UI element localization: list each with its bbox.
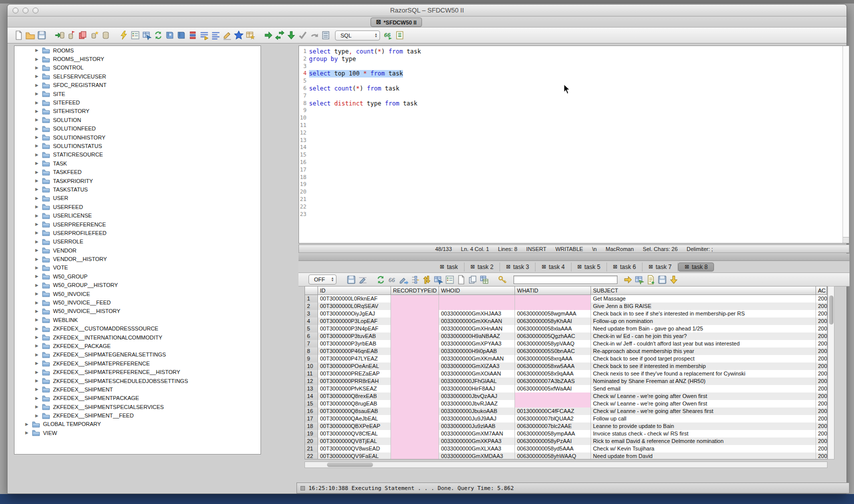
cell-whoid[interactable]	[439, 295, 515, 302]
disclosure-triangle-icon[interactable]: ▶	[34, 178, 40, 183]
cell-recordtypeid[interactable]	[391, 295, 439, 302]
cell-subject[interactable]: Leanne to provide update to Bain	[591, 422, 816, 430]
table-horizontal-scrollbar[interactable]	[304, 462, 828, 468]
cell-whoid[interactable]: 0033000000JbvRJAAZ	[439, 400, 515, 408]
refresh-tables-icon[interactable]	[153, 30, 164, 40]
cell-whatid[interactable]	[515, 392, 591, 400]
tree-item-userpreference[interactable]: ▶USERPREFERENCE	[14, 220, 260, 228]
cell-rownum[interactable]: 3	[305, 310, 318, 318]
cell-whoid[interactable]: 0033000000GmXKnAAN	[439, 318, 515, 325]
close-tab-icon[interactable]: ⊠	[648, 264, 653, 270]
code-line-6[interactable]: 6select count(*) from task	[299, 85, 842, 92]
key-icon[interactable]	[497, 274, 508, 285]
minimize-window-button[interactable]	[22, 8, 28, 14]
cell-ac[interactable]: 200	[816, 325, 827, 332]
disclosure-triangle-icon[interactable]: ▶	[34, 414, 40, 418]
cell-ac[interactable]: 200	[816, 422, 827, 430]
tree-item-userprofilefeed[interactable]: ▶USERPROFILEFEED	[14, 228, 260, 237]
close-tab-icon[interactable]: ⊠	[613, 264, 618, 270]
code-line-21[interactable]: 21	[299, 196, 842, 204]
cell-whatid[interactable]: 006300000058yKhAAI	[515, 318, 591, 325]
disclosure-triangle-icon[interactable]: ▶	[34, 109, 40, 114]
table-row[interactable]: 1500T3000000Q8rugEAB0033000000JbvRJAAZCh…	[305, 400, 827, 408]
edit-pencil-icon[interactable]	[222, 30, 232, 40]
cell-subject[interactable]: Rick to email David & reference Delmonte…	[591, 438, 816, 445]
document-tab[interactable]: ⊠ *SFDCW50 II	[370, 18, 422, 27]
disclosure-triangle-icon[interactable]: ▶	[34, 266, 40, 270]
cell-id[interactable]: 00T3000000QV8CfEAL	[318, 430, 391, 438]
tree-item-w50-group-history[interactable]: ▶W50_GROUP__HISTORY	[14, 281, 260, 290]
cell-rownum[interactable]: 8	[305, 348, 318, 355]
cell-whoid[interactable]: 0033000000JFhGlAAL	[439, 378, 515, 385]
disclosure-triangle-icon[interactable]: ▶	[34, 74, 40, 78]
disclosure-triangle-icon[interactable]: ▶	[34, 66, 40, 70]
table-row[interactable]: 1200T3000000PRR8rEAH0033000000JFhGlAAL00…	[305, 378, 827, 385]
close-tab-icon[interactable]: ⊠	[506, 264, 510, 270]
cell-whatid[interactable]: 006300000058ympAAA	[515, 430, 591, 438]
cell-whatid[interactable]: 0013000000C4fFCAAZ	[515, 408, 591, 415]
cell-rownum[interactable]: 7	[305, 340, 318, 348]
list-red-blue-icon[interactable]	[188, 30, 198, 40]
tree-item-w50-invoice[interactable]: ▶W50_INVOICE	[14, 290, 260, 298]
tree-item-userfeed[interactable]: ▶USERFEED	[14, 202, 260, 211]
close-tab-icon[interactable]: ⊠	[470, 264, 475, 270]
cell-rownum[interactable]: 21	[305, 445, 318, 452]
cell-whatid[interactable]: 00630000005QgzhAAC	[515, 332, 591, 340]
cell-whoid[interactable]: 0033000000GmXOiAAN	[439, 370, 515, 378]
table-row[interactable]: 1400T3000000Q8rexEAB0033000000JbvQzAAJCh…	[305, 392, 827, 400]
cell-recordtypeid[interactable]	[391, 302, 439, 310]
table-row[interactable]: 900T3000000P47LYEAZ0033000000GmXKmAAN006…	[305, 355, 827, 362]
result-tab-task-5[interactable]: ⊠task 5	[572, 262, 607, 272]
sql-mode-select-stepper-icon[interactable]: ▲▼	[374, 33, 378, 38]
code-line-13[interactable]: 13	[299, 137, 842, 144]
disclosure-triangle-icon[interactable]: ▶	[34, 396, 40, 400]
disclosure-triangle-icon[interactable]: ▶	[34, 404, 40, 409]
disclosure-triangle-icon[interactable]: ▶	[34, 204, 40, 209]
editor-results-splitter[interactable]	[298, 254, 850, 261]
result-tab-task-8[interactable]: ⊠task 8	[678, 262, 714, 272]
disclosure-triangle-icon[interactable]: ▶	[34, 283, 40, 288]
code-line-5[interactable]: 5	[299, 78, 842, 85]
cell-whoid[interactable]: 0033000000GmXKmAAN	[439, 355, 515, 362]
disclosure-triangle-icon[interactable]: ▶	[34, 187, 40, 192]
result-tab-task[interactable]: ⊠task	[434, 262, 464, 272]
export-table-icon[interactable]	[142, 30, 152, 40]
cell-subject[interactable]: Need update from David	[591, 452, 816, 460]
tree-item-solutionhistory[interactable]: ▶SOLUTIONHISTORY	[14, 133, 260, 142]
result-tab-task-7[interactable]: ⊠task 7	[642, 262, 678, 272]
disclosure-triangle-icon[interactable]: ▶	[34, 196, 40, 200]
cell-ac[interactable]: 200	[816, 362, 827, 370]
code-line-4[interactable]: 4select top 100 * from task	[299, 70, 842, 78]
cell-whatid[interactable]: 00630000007blQUAA2	[515, 415, 591, 422]
database-icon[interactable]	[100, 30, 111, 40]
disclosure-triangle-icon[interactable]: ▶	[34, 57, 40, 62]
tree-item-sitefeed[interactable]: ▶SITEFEED	[14, 98, 260, 106]
tree-item-sitehistory[interactable]: ▶SITEHISTORY	[14, 107, 260, 116]
close-document-icon[interactable]: ⊠	[376, 20, 381, 25]
code-line-9[interactable]: 9	[299, 107, 842, 114]
disclosure-triangle-icon[interactable]: ▶	[34, 344, 40, 348]
cell-recordtypeid[interactable]	[391, 415, 439, 422]
column-header-RECORDTYPEID[interactable]: RECORDTYPEID	[391, 286, 439, 294]
align-lines-icon[interactable]	[210, 30, 221, 40]
table-row[interactable]: 1300T3000000PfvKSEAZ0033000000HirF8AAJ00…	[305, 385, 827, 392]
table-import-icon[interactable]	[634, 274, 644, 285]
disclosure-triangle-icon[interactable]: ▶	[34, 326, 40, 331]
tree-item-vendor-history[interactable]: ▶VENDOR__HISTORY	[14, 254, 260, 263]
table-row[interactable]: 1900T3000000QV8CfEAL0033000000GmXM7AAN00…	[305, 430, 827, 438]
cell-recordtypeid[interactable]	[391, 430, 439, 438]
cell-id[interactable]: 00T3000000QBXPeEAP	[318, 422, 391, 430]
format-lines-icon[interactable]	[199, 30, 210, 40]
cell-whoid[interactable]: 0033000000H9aNBAAZ	[439, 332, 515, 340]
code-line-20[interactable]: 20	[299, 188, 842, 196]
cell-rownum[interactable]: 20	[305, 438, 318, 445]
disclosure-triangle-icon[interactable]: ▶	[34, 240, 40, 244]
sql-mode-select[interactable]: SQL▲▼	[335, 30, 380, 40]
tree-item-global-temporary[interactable]: ▶GLOBAL TEMPORARY	[14, 420, 260, 428]
tree-item-userlicense[interactable]: ▶USERLICENSE	[14, 211, 260, 220]
sql-code-area[interactable]: 1select type, count(*) from task2group b…	[299, 48, 842, 239]
clipboard-icon[interactable]	[320, 30, 331, 40]
cell-ac[interactable]: 200	[816, 415, 827, 422]
cell-subject[interactable]: Follow up call	[591, 415, 816, 422]
note-add-icon[interactable]	[646, 274, 656, 285]
